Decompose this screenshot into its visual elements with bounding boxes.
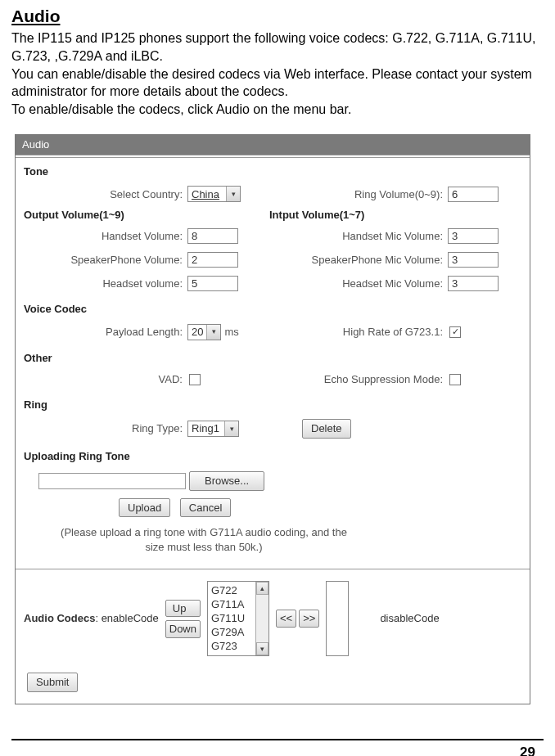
scrollbar[interactable]: ▴ ▾ bbox=[255, 582, 268, 655]
headset-mic-volume-input[interactable] bbox=[448, 276, 499, 291]
list-item[interactable]: G722 bbox=[211, 583, 252, 597]
disable-code-label: disableCode bbox=[380, 611, 439, 626]
section-other: Other bbox=[16, 344, 530, 369]
chevron-down-icon: ▾ bbox=[224, 421, 238, 436]
vad-label: VAD: bbox=[24, 372, 187, 387]
headset-volume-label: Headset volume: bbox=[24, 277, 187, 291]
ring-type-value: Ring1 bbox=[188, 421, 224, 436]
chevron-down-icon: ▾ bbox=[226, 187, 240, 201]
section-tone: Tone bbox=[16, 158, 530, 182]
section-ring: Ring bbox=[16, 391, 530, 416]
cancel-button[interactable]: Cancel bbox=[180, 498, 231, 518]
list-item[interactable]: G711A bbox=[211, 597, 252, 611]
echo-checkbox[interactable] bbox=[449, 374, 461, 385]
payload-length-value: 20 bbox=[188, 325, 206, 340]
handset-volume-input[interactable] bbox=[187, 228, 238, 244]
scroll-down-icon[interactable]: ▾ bbox=[256, 642, 268, 655]
scroll-up-icon[interactable]: ▴ bbox=[256, 582, 268, 595]
browse-button[interactable]: Browse... bbox=[189, 471, 264, 491]
up-button[interactable]: Up bbox=[165, 600, 201, 618]
payload-length-dropdown[interactable]: 20 ▾ bbox=[187, 324, 221, 340]
select-country-value: China bbox=[188, 187, 226, 202]
list-item[interactable]: G729A bbox=[211, 625, 252, 639]
handset-mic-volume-label: Handset Mic Volume: bbox=[269, 229, 448, 244]
speaker-mic-volume-input[interactable] bbox=[448, 252, 499, 268]
page-title: Audio bbox=[11, 5, 544, 28]
echo-label: Echo Suppression Mode: bbox=[269, 372, 448, 387]
select-country-label: Select Country: bbox=[24, 187, 187, 202]
audio-panel: Audio Tone Select Country: China ▾ Ring … bbox=[15, 134, 530, 704]
move-right-button[interactable]: >> bbox=[299, 610, 319, 628]
high-rate-checkbox[interactable]: ✓ bbox=[449, 326, 461, 338]
ring-type-dropdown[interactable]: Ring1 ▾ bbox=[187, 421, 239, 437]
payload-length-label: Payload Length: bbox=[24, 325, 187, 340]
panel-title: Audio bbox=[16, 135, 530, 155]
speaker-mic-volume-label: SpeakerPhone Mic Volume: bbox=[269, 253, 448, 268]
speaker-volume-label: SpeakerPhone Volume: bbox=[24, 253, 187, 268]
enable-code-label: Audio Codecs: enableCode bbox=[24, 611, 159, 626]
page-number: 29 bbox=[11, 739, 544, 756]
down-button[interactable]: Down bbox=[165, 620, 201, 638]
ring-type-label: Ring Type: bbox=[24, 421, 187, 436]
speaker-volume-input[interactable] bbox=[187, 252, 238, 268]
payload-unit: ms bbox=[224, 325, 238, 340]
handset-mic-volume-input[interactable] bbox=[448, 228, 499, 244]
vad-checkbox[interactable] bbox=[189, 374, 201, 385]
chevron-down-icon: ▾ bbox=[206, 325, 220, 340]
list-item[interactable]: G711U bbox=[211, 611, 252, 625]
ring-volume-input[interactable] bbox=[448, 187, 499, 202]
delete-button[interactable]: Delete bbox=[302, 419, 351, 439]
upload-note: (Please upload a ring tone with G711A au… bbox=[56, 525, 351, 554]
high-rate-label: High Rate of G723.1: bbox=[269, 325, 448, 340]
headset-mic-volume-label: Headset Mic Volume: bbox=[269, 277, 448, 291]
ring-volume-label: Ring Volume(0~9): bbox=[269, 187, 448, 202]
section-input-volume: Intput Volume(1~7) bbox=[269, 208, 521, 223]
headset-volume-input[interactable] bbox=[187, 276, 238, 291]
section-uploading-ring-tone: Uploading Ring Tone bbox=[16, 443, 530, 467]
file-path-input[interactable] bbox=[38, 473, 186, 489]
section-output-volume: Output Volume(1~9) bbox=[24, 208, 269, 223]
move-left-button[interactable]: << bbox=[276, 610, 296, 628]
enable-codec-listbox[interactable]: G722 G711A G711U G729A G723 ▴ ▾ bbox=[207, 581, 269, 656]
list-item[interactable]: G723 bbox=[211, 639, 252, 653]
intro-text: The IP115 and IP125 phones support the f… bbox=[11, 29, 544, 118]
section-voice-codec: Voice Codec bbox=[16, 295, 530, 320]
upload-button[interactable]: Upload bbox=[119, 498, 170, 518]
handset-volume-label: Handset Volume: bbox=[24, 229, 187, 244]
select-country-dropdown[interactable]: China ▾ bbox=[187, 186, 241, 202]
submit-button[interactable]: Submit bbox=[27, 673, 78, 692]
disable-codec-listbox[interactable] bbox=[326, 581, 349, 656]
